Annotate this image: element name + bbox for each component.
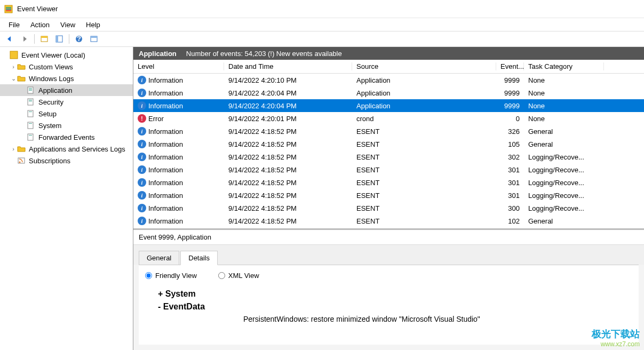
event-row[interactable]: Information9/14/2022 4:20:04 PMApplicati… [133,99,644,112]
event-level: Information [148,89,183,97]
event-level: Information [148,128,183,136]
menu-help[interactable]: Help [81,19,106,30]
tree-label: Forwarded Events [37,133,96,142]
tree-subscriptions[interactable]: Subscriptions [0,155,133,166]
svg-rect-7 [56,36,58,42]
tree-system[interactable]: System [0,120,133,131]
menu-file[interactable]: File [3,19,25,30]
expander-icon[interactable]: › [10,146,17,152]
event-date: 9/14/2022 4:18:52 PM [224,179,352,187]
event-row[interactable]: Information9/14/2022 4:18:52 PMESENT105G… [133,138,644,150]
event-source: ESENT [352,140,496,148]
radio-xml-input[interactable] [218,272,225,279]
xml-system-node[interactable]: + System [158,289,632,299]
event-row[interactable]: Information9/14/2022 4:20:10 PMApplicati… [133,74,644,86]
forward-button[interactable] [18,33,31,45]
tree-forwarded-events[interactable]: Forwarded Events [0,131,133,143]
app-icon [4,5,13,13]
event-id: 300 [496,204,524,212]
event-source: ESENT [352,217,496,225]
tab-strip: General Details [133,245,644,265]
tree-root[interactable]: Event Viewer (Local) [0,49,133,61]
expander-icon[interactable]: ⌄ [10,75,17,82]
tree-label: System [37,121,62,130]
event-row[interactable]: Information9/14/2022 4:20:04 PMApplicati… [133,86,644,99]
event-row[interactable]: Information9/14/2022 4:18:52 PMESENT301L… [133,189,644,202]
menu-action[interactable]: Action [25,19,55,30]
info-icon [138,217,146,225]
info-icon [138,165,146,174]
tree-setup[interactable]: Setup [0,108,133,120]
event-xml-block: + System - EventData PersistentWindows: … [158,289,632,323]
details-title: Event 9999, Application [133,230,644,245]
expander-icon[interactable]: › [10,63,17,70]
column-event[interactable]: Event... [496,62,524,70]
svg-rect-2 [6,9,11,10]
event-date: 9/14/2022 4:20:04 PM [224,89,352,97]
help-button[interactable]: ? [73,33,85,45]
event-row[interactable]: Error9/14/2022 4:20:01 PMcrond0None [133,112,644,125]
navigation-tree[interactable]: Event Viewer (Local) › Custom Views ⌄ Wi… [0,47,133,350]
tab-details[interactable]: Details [180,251,218,265]
event-date: 9/14/2022 4:18:52 PM [224,204,352,212]
info-icon [138,101,146,110]
event-task: Logging/Recove... [524,153,604,161]
tree-security[interactable]: Security [0,96,133,108]
tree-custom-views[interactable]: › Custom Views [0,61,133,73]
list-header: Level Date and Time Source Event... Task… [133,60,644,74]
menu-view[interactable]: View [55,19,81,30]
radio-friendly-view[interactable]: Friendly View [145,272,197,280]
column-date[interactable]: Date and Time [224,62,352,70]
properties-button[interactable] [53,33,66,45]
show-hide-tree-button[interactable] [38,33,51,45]
svg-rect-12 [10,51,18,59]
info-icon [138,140,146,148]
column-source[interactable]: Source [352,62,496,70]
event-source: Application [352,89,496,97]
event-level: Information [148,179,183,187]
event-row[interactable]: Information9/14/2022 4:18:52 PMESENT301L… [133,163,644,176]
radio-xml-view[interactable]: XML View [218,272,259,280]
info-icon [138,178,146,187]
event-id: 301 [496,166,524,174]
event-row[interactable]: Information9/14/2022 4:18:52 PMESENT300L… [133,202,644,214]
event-row[interactable]: Information9/14/2022 4:18:52 PMESENT301L… [133,176,644,189]
event-date: 9/14/2022 4:18:52 PM [224,128,352,136]
event-level: Information [148,102,183,110]
info-icon [138,191,146,200]
svg-rect-5 [41,36,47,38]
column-task[interactable]: Task Category [524,62,604,70]
event-list[interactable]: Information9/14/2022 4:20:10 PMApplicati… [133,74,644,228]
event-task: General [524,217,604,225]
event-level: Information [148,153,183,161]
tree-label: Event Viewer (Local) [20,51,86,60]
svg-rect-22 [28,122,33,129]
xml-eventdata-node[interactable]: - EventData [158,302,632,312]
column-level[interactable]: Level [133,62,224,70]
tree-application[interactable]: Application [0,84,133,96]
radio-friendly-input[interactable] [145,272,152,279]
back-button[interactable] [3,33,16,45]
event-id: 9999 [496,102,524,110]
event-level: Information [148,217,183,225]
eventviewer-icon [10,51,18,59]
event-date: 9/14/2022 4:20:04 PM [224,102,352,110]
svg-rect-19 [29,101,32,101]
event-row[interactable]: Information9/14/2022 4:18:52 PMESENT326G… [133,125,644,138]
event-source: ESENT [352,204,496,212]
tab-general[interactable]: General [139,251,179,265]
log-count: Number of events: 54,203 (!) New events … [186,50,342,58]
tree-label: Security [37,98,65,107]
event-row[interactable]: Information9/14/2022 4:18:52 PMESENT102G… [133,214,644,227]
refresh-button[interactable] [88,33,100,45]
event-id: 302 [496,153,524,161]
log-icon [27,109,35,118]
log-icon [27,86,35,94]
tree-label: Windows Logs [28,74,75,83]
tree-windows-logs[interactable]: ⌄ Windows Logs [0,73,133,84]
event-message: PersistentWindows: restore minimized win… [243,315,632,323]
event-row[interactable]: Information9/14/2022 4:18:52 PMESENT302L… [133,150,644,163]
event-level: Information [148,76,183,84]
tree-applications-services-logs[interactable]: › Applications and Services Logs [0,143,133,155]
menubar: File Action View Help [0,18,644,31]
